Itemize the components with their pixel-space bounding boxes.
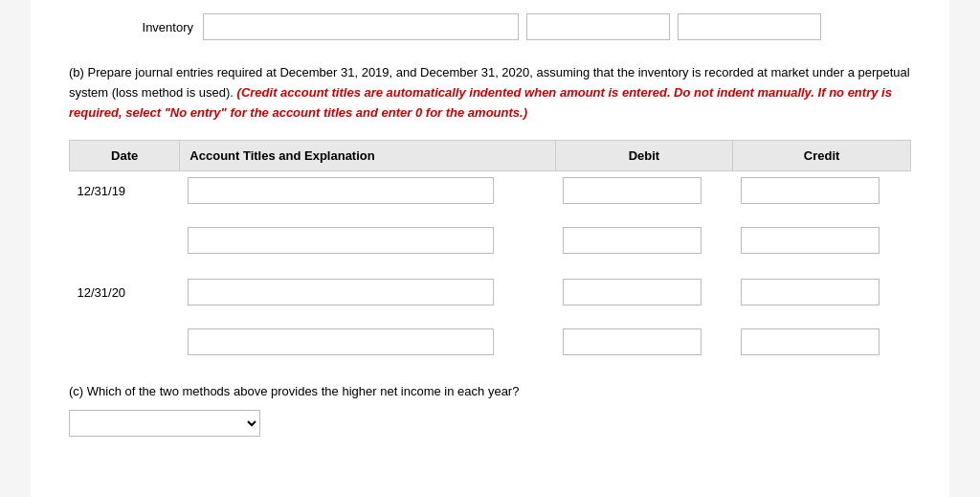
col-header-credit: Credit [733, 141, 911, 171]
credit-cell-4 [733, 323, 911, 361]
date-cell-3: 12/31/20 [70, 273, 180, 311]
section-b-instructions: (b) Prepare journal entries required at … [69, 63, 911, 123]
col-header-account: Account Titles and Explanation [180, 141, 555, 171]
col-header-debit: Debit [555, 141, 733, 171]
top-inventory-row: Inventory [69, 10, 911, 40]
debit-cell-1 [555, 171, 733, 211]
credit-input-1[interactable] [741, 177, 880, 204]
debit-cell-2 [555, 221, 733, 260]
col-header-date: Date [70, 141, 180, 171]
inventory-account-input[interactable] [203, 13, 519, 40]
account-input-2[interactable] [188, 227, 494, 254]
journal-row-4 [70, 323, 911, 361]
credit-input-3[interactable] [741, 279, 880, 305]
debit-input-2[interactable] [563, 227, 702, 254]
spacer-row-2 [70, 260, 911, 273]
credit-input-4[interactable] [741, 328, 880, 355]
date-cell-2 [70, 221, 180, 260]
credit-cell-2 [733, 221, 911, 260]
journal-table: Date Account Titles and Explanation Debi… [69, 140, 911, 361]
credit-cell-3 [733, 273, 911, 311]
spacer-row-3 [70, 311, 911, 323]
account-cell-3 [180, 273, 555, 311]
inventory-label: Inventory [69, 20, 203, 34]
account-input-4[interactable] [188, 328, 494, 355]
debit-cell-3 [555, 273, 733, 311]
journal-row-1: 12/31/19 [70, 171, 911, 211]
account-cell-2 [180, 221, 555, 260]
date-cell-4 [70, 323, 180, 361]
date-cell-1: 12/31/19 [70, 171, 180, 211]
journal-row-2 [70, 221, 911, 260]
inventory-credit-input[interactable] [678, 13, 821, 40]
section-c-label: (c) Which of the two methods above provi… [69, 384, 911, 398]
account-cell-1 [180, 171, 555, 211]
credit-input-2[interactable] [741, 227, 880, 254]
inventory-inputs [203, 13, 821, 40]
inventory-debit-input[interactable] [526, 13, 670, 40]
section-c: (c) Which of the two methods above provi… [69, 384, 911, 437]
debit-cell-4 [555, 323, 733, 361]
journal-row-3: 12/31/20 [70, 273, 911, 311]
account-cell-4 [180, 323, 555, 361]
method-dropdown[interactable]: Allowance method Direct write-off method [69, 410, 260, 437]
account-input-3[interactable] [188, 279, 494, 305]
spacer-row-1 [70, 210, 911, 221]
debit-input-3[interactable] [563, 279, 702, 305]
debit-input-4[interactable] [563, 328, 702, 355]
credit-cell-1 [733, 171, 911, 211]
debit-input-1[interactable] [563, 177, 702, 204]
account-input-1[interactable] [188, 177, 494, 204]
